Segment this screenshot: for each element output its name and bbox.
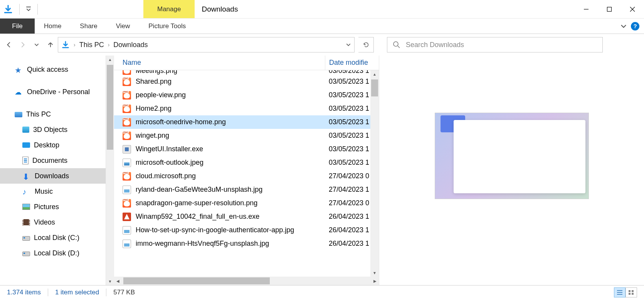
ribbon-tab-home[interactable]: Home bbox=[35, 19, 71, 34]
file-name: people-view.png bbox=[136, 91, 325, 99]
navtree-label: Documents bbox=[32, 157, 67, 165]
svg-rect-4 bbox=[629, 293, 631, 295]
title-bar: Manage Downloads bbox=[0, 0, 644, 19]
png-icon bbox=[123, 132, 131, 140]
jpg-icon bbox=[123, 240, 131, 248]
file-row[interactable]: Winamp592_10042_final_full_en-us.exe26/0… bbox=[114, 210, 379, 223]
navtree-quick-access[interactable]: ★ Quick access bbox=[0, 62, 106, 77]
navtree-item-docs[interactable]: Documents bbox=[0, 153, 106, 168]
file-name: microsoft-onedrive-home.png bbox=[136, 118, 325, 126]
file-name: How-to-set-up-sync-in-google-authenticat… bbox=[136, 226, 325, 234]
chevron-right-icon[interactable]: › bbox=[74, 42, 76, 48]
ribbon-tab-share[interactable]: Share bbox=[71, 19, 106, 34]
navtree-label: Desktop bbox=[34, 141, 59, 149]
file-tab[interactable]: File bbox=[0, 19, 35, 34]
navtree-onedrive[interactable]: ☁ OneDrive - Personal bbox=[0, 84, 106, 100]
navtree-item-pics[interactable]: Pictures bbox=[0, 199, 106, 215]
file-row[interactable]: Home2.png03/05/2023 1 bbox=[114, 102, 379, 115]
scroll-down-icon[interactable]: ▼ bbox=[106, 277, 114, 285]
file-row[interactable]: immo-wegmann-HtsVneqf5Fg-unsplash.jpg26/… bbox=[114, 237, 379, 250]
file-row[interactable]: people-view.png03/05/2023 1 bbox=[114, 88, 379, 102]
qat-dropdown-icon[interactable] bbox=[26, 7, 31, 12]
file-row[interactable]: microsoft-outlook.jpeg03/05/2023 1 bbox=[114, 156, 379, 169]
scroll-up-icon[interactable]: ▲ bbox=[106, 56, 114, 63]
file-row[interactable]: cloud.microsoft.png27/04/2023 0 bbox=[114, 169, 379, 183]
address-dropdown-icon[interactable] bbox=[346, 42, 351, 47]
scroll-right-icon[interactable]: ▶ bbox=[371, 277, 379, 285]
scroll-left-icon[interactable]: ◀ bbox=[114, 277, 122, 285]
ribbon-expand-icon[interactable] bbox=[620, 23, 627, 30]
main-area: ★ Quick access ☁ OneDrive - Personal Thi… bbox=[0, 56, 644, 285]
search-box[interactable] bbox=[387, 37, 603, 52]
navtree-this-pc[interactable]: This PC bbox=[0, 106, 106, 122]
view-details-button[interactable] bbox=[614, 287, 626, 297]
view-thumbnails-button[interactable] bbox=[626, 287, 637, 297]
navtree-label: Quick access bbox=[27, 66, 68, 74]
file-row[interactable]: WingetUI.Installer.exe03/05/2023 1 bbox=[114, 142, 379, 156]
file-name: microsoft-outlook.jpeg bbox=[136, 159, 325, 167]
help-button[interactable]: ? bbox=[631, 22, 639, 30]
forward-button[interactable] bbox=[19, 41, 26, 48]
file-row[interactable]: Shared.png03/05/2023 1 bbox=[114, 75, 379, 88]
window-title: Downloads bbox=[195, 5, 245, 14]
music-icon: ♪ bbox=[22, 188, 31, 195]
scroll-thumb[interactable] bbox=[123, 277, 270, 284]
file-row[interactable]: How-to-set-up-sync-in-google-authenticat… bbox=[114, 223, 379, 237]
navtree-scrollbar[interactable]: ▲ ▼ bbox=[106, 56, 114, 285]
location-icon bbox=[61, 41, 70, 49]
minimize-button[interactable] bbox=[575, 2, 598, 17]
file-row[interactable]: ryland-dean-Ga5eWtee3uM-unsplash.jpg27/0… bbox=[114, 183, 379, 196]
breadcrumb-this-pc[interactable]: This PC bbox=[79, 41, 104, 49]
ribbon-tab-view[interactable]: View bbox=[107, 19, 140, 34]
file-row[interactable]: snapdragon-game-super-resolution.png27/0… bbox=[114, 196, 379, 210]
scroll-up-icon[interactable]: ▲ bbox=[370, 70, 379, 78]
back-button[interactable] bbox=[5, 41, 12, 48]
filelist-vscrollbar[interactable]: ▲ ▼ bbox=[370, 70, 379, 277]
jpeg-icon bbox=[123, 159, 131, 167]
manage-context-tab[interactable]: Manage bbox=[143, 0, 195, 18]
navtree-item-music[interactable]: ♪Music bbox=[0, 184, 106, 199]
close-button[interactable] bbox=[621, 2, 644, 17]
status-bar: 1.374 items 1 item selected 577 KB bbox=[0, 285, 644, 299]
search-input[interactable] bbox=[406, 41, 597, 49]
divider bbox=[19, 4, 20, 15]
column-header-date[interactable]: Date modifie bbox=[325, 56, 379, 70]
navtree-item-3d[interactable]: 3D Objects bbox=[0, 122, 106, 137]
chevron-right-icon[interactable]: › bbox=[108, 42, 110, 48]
navtree-label: Downloads bbox=[35, 172, 69, 180]
file-name: immo-wegmann-HtsVneqf5Fg-unsplash.jpg bbox=[136, 240, 325, 248]
d-icon bbox=[22, 252, 30, 256]
filelist-hscrollbar[interactable]: ◀ ▶ bbox=[114, 277, 379, 285]
file-row[interactable]: microsoft-onedrive-home.png03/05/2023 1 bbox=[114, 115, 379, 129]
preview-image bbox=[435, 113, 589, 199]
svg-rect-3 bbox=[632, 290, 634, 292]
navtree-item-c[interactable]: Local Disk (C:) bbox=[0, 230, 106, 245]
navtree-item-d[interactable]: Local Disk (D:) bbox=[0, 245, 106, 261]
scroll-thumb[interactable] bbox=[371, 79, 378, 96]
address-bar[interactable]: › This PC › Downloads bbox=[58, 37, 355, 52]
breadcrumb-downloads[interactable]: Downloads bbox=[113, 41, 148, 49]
navtree-item-desktop[interactable]: Desktop bbox=[0, 137, 106, 153]
column-header-name[interactable]: Name bbox=[123, 59, 325, 67]
file-name: snapdragon-game-super-resolution.png bbox=[136, 199, 325, 207]
ribbon-tab-picture-tools[interactable]: Picture Tools bbox=[139, 19, 195, 34]
file-name: Meetings.png bbox=[136, 70, 325, 75]
status-selected-size: 577 KB bbox=[113, 289, 142, 296]
recent-locations-dropdown[interactable] bbox=[33, 41, 40, 48]
navtree-item-down[interactable]: ⬇Downloads bbox=[0, 168, 106, 184]
png-icon bbox=[123, 118, 131, 127]
png-icon bbox=[123, 199, 131, 208]
maximize-button[interactable] bbox=[598, 2, 621, 17]
file-row[interactable]: Meetings.png03/05/2023 1 bbox=[114, 70, 379, 75]
up-button[interactable] bbox=[47, 41, 54, 48]
navtree-item-vids[interactable]: Videos bbox=[0, 215, 106, 230]
navtree-label: This PC bbox=[26, 110, 51, 118]
png-icon bbox=[123, 105, 131, 113]
scroll-down-icon[interactable]: ▼ bbox=[370, 269, 379, 277]
scroll-thumb[interactable] bbox=[107, 65, 113, 150]
file-row[interactable]: winget.png03/05/2023 1 bbox=[114, 129, 379, 142]
png-icon bbox=[123, 78, 131, 86]
ribbon-tabs: File Home Share View Picture Tools ? bbox=[0, 19, 644, 34]
png-icon bbox=[123, 91, 131, 100]
refresh-button[interactable] bbox=[358, 37, 374, 52]
